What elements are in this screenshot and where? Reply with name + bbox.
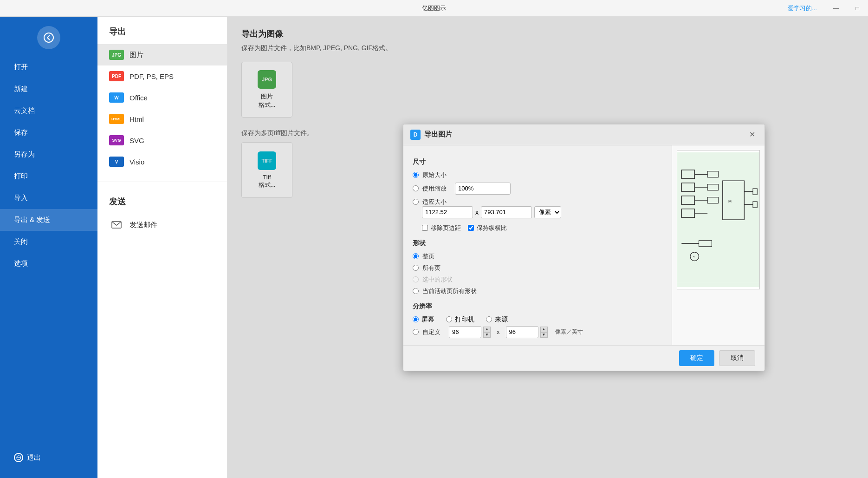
shape-selected-row: 选中的形状	[413, 275, 662, 284]
size-radio-group: 原始大小 使用缩放 适应大小 x	[413, 171, 662, 232]
sidebar-item-label: 导入	[14, 194, 28, 203]
size-fit-inputs: x 像素 毫米 厘米 英寸	[422, 206, 662, 218]
minimize-button[interactable]: —	[825, 0, 847, 17]
shape-currentpage-label: 当前活动页所有形状	[422, 287, 477, 295]
fit-height-input[interactable]	[481, 206, 532, 218]
sidebar-item-close[interactable]: 关闭	[0, 231, 97, 253]
svg-icon: SVG	[109, 135, 124, 145]
shape-selected-radio[interactable]	[413, 276, 419, 282]
shape-currentpage-radio[interactable]	[413, 288, 419, 294]
dpi-y-group: ▲ ▼	[506, 326, 548, 338]
middle-item-picture[interactable]: JPG 图片	[97, 44, 227, 65]
sidebar-item-saveas[interactable]: 另存为	[0, 144, 97, 165]
shape-currentpage-row: 当前活动页所有形状	[413, 287, 662, 295]
res-printer-item: 打印机	[446, 315, 474, 324]
middle-item-office[interactable]: W Office	[97, 87, 227, 108]
dialog-preview-panel: M ~	[672, 145, 764, 345]
res-printer-label: 打印机	[455, 315, 474, 324]
export-section-title: 导出	[97, 17, 227, 44]
shape-radio-group: 整页 所有页 选中的形状 当前活动页所有形状	[413, 252, 662, 295]
middle-item-html[interactable]: HTML Html	[97, 108, 227, 130]
res-source-radio[interactable]	[486, 316, 492, 322]
sidebar-item-save[interactable]: 保存	[0, 122, 97, 144]
res-custom-label: 自定义	[422, 328, 440, 336]
sidebar-item-open[interactable]: 打开	[0, 56, 97, 78]
cancel-button[interactable]: 取消	[719, 350, 755, 366]
svg-text:M: M	[728, 198, 732, 203]
dialog-body: 尺寸 原始大小 使用缩放 适应大小	[403, 145, 764, 345]
email-icon	[109, 220, 124, 230]
fit-width-input[interactable]	[422, 206, 473, 218]
shape-selected-label: 选中的形状	[422, 275, 453, 284]
preview-area: M ~	[677, 150, 760, 289]
scale-value-input[interactable]	[455, 183, 511, 195]
maximize-button[interactable]: □	[847, 0, 868, 17]
shape-allpages-row: 所有页	[413, 264, 662, 272]
back-button[interactable]	[37, 26, 60, 49]
size-fit-radio[interactable]	[413, 199, 419, 205]
dpi-x-group: ▲ ▼	[449, 326, 491, 338]
send-section-title: 发送	[97, 187, 227, 214]
dialog-left: 尺寸 原始大小 使用缩放 适应大小	[403, 145, 672, 345]
keep-ratio-label: 保持纵横比	[477, 224, 507, 232]
res-printer-radio[interactable]	[446, 316, 452, 322]
confirm-button[interactable]: 确定	[679, 350, 714, 366]
sidebar-item-label: 保存	[14, 128, 28, 137]
middle-item-visio[interactable]: V Visio	[97, 151, 227, 172]
res-custom-row: 自定义 ▲ ▼ x ▲ ▼	[413, 326, 662, 338]
sidebar-item-options[interactable]: 选项	[0, 253, 97, 275]
exit-icon: ⊖	[14, 453, 23, 462]
title-bar-controls: — □	[825, 0, 868, 17]
res-screen-radio[interactable]	[413, 316, 419, 322]
size-scale-radio[interactable]	[413, 185, 419, 191]
shape-fullpage-radio[interactable]	[413, 253, 419, 259]
size-section-label: 尺寸	[413, 158, 662, 166]
sidebar-item-export[interactable]: 导出 & 发送	[0, 209, 97, 231]
size-original-radio[interactable]	[413, 172, 419, 178]
middle-item-pdf[interactable]: PDF PDF, PS, EPS	[97, 65, 227, 87]
shape-fullpage-row: 整页	[413, 252, 662, 261]
send-section: 发送 发送邮件	[97, 182, 227, 236]
sidebar-item-label: 退出	[27, 453, 41, 462]
middle-item-label: Office	[130, 94, 148, 102]
top-right-link[interactable]: 爱学习的...	[783, 0, 822, 17]
pdf-icon: PDF	[109, 71, 124, 81]
sidebar-item-print[interactable]: 打印	[0, 165, 97, 187]
sidebar-item-label: 新建	[14, 85, 28, 93]
sidebar: 打开 新建 云文档 保存 另存为 打印 导入 导出 & 发送 关闭 选项 ⊖ 退…	[0, 17, 97, 478]
sidebar-item-new[interactable]: 新建	[0, 78, 97, 100]
keep-ratio-checkbox[interactable]	[468, 225, 474, 231]
middle-item-svg[interactable]: SVG SVG	[97, 130, 227, 151]
visio-icon: V	[109, 157, 124, 167]
dpi-x-input[interactable]	[449, 326, 481, 338]
remove-margin-checkbox-row: 移除页边距	[422, 224, 461, 232]
dpi-x-down[interactable]: ▼	[483, 332, 491, 338]
size-original-label: 原始大小	[422, 171, 447, 179]
sidebar-item-label: 导出 & 发送	[14, 216, 50, 224]
dpi-separator: x	[497, 328, 500, 335]
sidebar-item-label: 云文档	[14, 106, 35, 115]
shape-allpages-radio[interactable]	[413, 265, 419, 271]
dpi-y-input[interactable]	[506, 326, 538, 338]
size-fit-row: 适应大小 x 像素 毫米 厘米 英寸	[413, 198, 662, 232]
dialog-close-button[interactable]: ✕	[746, 129, 758, 140]
dialog-title: 导出图片	[424, 130, 743, 139]
dpi-x-up[interactable]: ▲	[483, 327, 491, 332]
sidebar-item-exit[interactable]: ⊖ 退出	[0, 446, 97, 469]
dpi-y-spinners: ▲ ▼	[540, 327, 548, 338]
dpi-y-up[interactable]: ▲	[540, 327, 548, 332]
dialog-footer: 确定 取消	[403, 345, 764, 371]
jpg-icon: JPG	[109, 50, 124, 60]
remove-margin-checkbox[interactable]	[422, 225, 428, 231]
middle-item-label: SVG	[130, 137, 144, 144]
margin-ratio-row: 移除页边距 保持纵横比	[422, 221, 662, 232]
fit-unit-select[interactable]: 像素 毫米 厘米 英寸	[534, 206, 561, 218]
res-custom-radio[interactable]	[413, 329, 419, 335]
sidebar-item-cloud[interactable]: 云文档	[0, 100, 97, 122]
dpi-y-down[interactable]: ▼	[540, 332, 548, 338]
sidebar-item-import[interactable]: 导入	[0, 187, 97, 209]
shape-fullpage-label: 整页	[422, 252, 434, 261]
svg-point-0	[44, 33, 53, 42]
middle-item-email[interactable]: 发送邮件	[97, 214, 227, 236]
shape-allpages-label: 所有页	[422, 264, 440, 272]
